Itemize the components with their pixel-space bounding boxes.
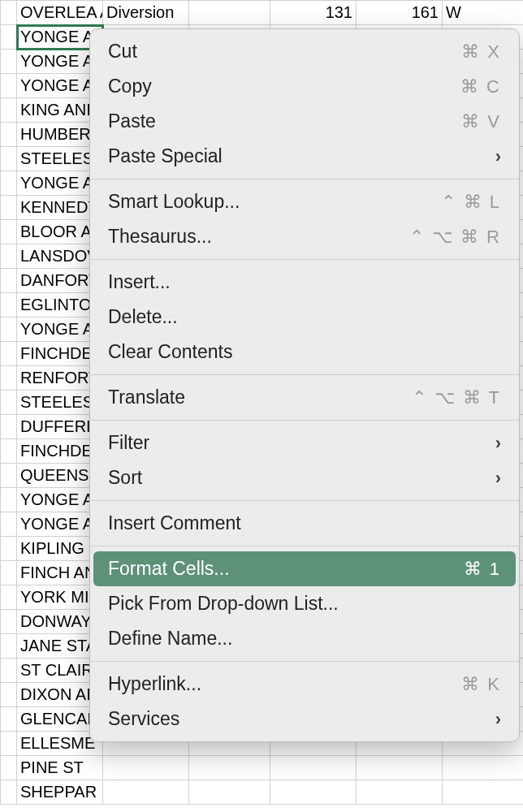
menu-delete[interactable]: Delete... xyxy=(90,300,519,335)
row-header[interactable] xyxy=(1,537,17,561)
cell[interactable] xyxy=(357,780,443,805)
menu-item-label: Filter xyxy=(108,432,149,454)
row-header[interactable] xyxy=(1,683,17,707)
menu-shortcut: ⌃ ⌥ ⌘ R xyxy=(409,227,501,248)
menu-shortcut: ⌃ ⌘ L xyxy=(441,192,501,213)
row-header[interactable] xyxy=(1,25,17,50)
chevron-right-icon: › xyxy=(495,433,501,454)
row-header[interactable] xyxy=(1,634,17,659)
menu-separator xyxy=(90,374,519,375)
row-header[interactable] xyxy=(1,269,17,293)
cell[interactable] xyxy=(443,780,524,805)
row-header[interactable] xyxy=(1,171,17,196)
cell[interactable] xyxy=(357,756,443,780)
menu-services[interactable]: Services› xyxy=(90,702,519,736)
menu-format-cells[interactable]: Format Cells...⌘ 1 xyxy=(93,551,516,586)
chevron-right-icon: › xyxy=(495,709,501,730)
row-header[interactable] xyxy=(1,415,17,439)
menu-hyperlink[interactable]: Hyperlink...⌘ K xyxy=(90,667,519,702)
menu-shortcut: ⌃ ⌥ ⌘ T xyxy=(412,387,501,408)
row-header[interactable] xyxy=(1,488,17,512)
cell[interactable] xyxy=(189,780,270,805)
menu-item-label: Clear Contents xyxy=(108,341,232,363)
row-header[interactable] xyxy=(1,98,17,123)
row-header[interactable] xyxy=(1,317,17,342)
row-header[interactable] xyxy=(1,732,17,756)
cell[interactable] xyxy=(270,756,357,780)
menu-separator xyxy=(90,546,519,546)
table-row[interactable]: PINE ST xyxy=(1,756,524,780)
menu-sort[interactable]: Sort› xyxy=(90,460,519,495)
row-header[interactable] xyxy=(1,659,17,683)
menu-insert-comment[interactable]: Insert Comment xyxy=(90,506,519,541)
chevron-right-icon: › xyxy=(495,146,501,167)
cell[interactable] xyxy=(103,780,189,805)
menu-item-label: Define Name... xyxy=(108,628,232,650)
menu-filter[interactable]: Filter› xyxy=(90,425,519,460)
cell[interactable] xyxy=(189,1,270,25)
menu-item-label: Pick From Drop-down List... xyxy=(108,593,339,615)
cell[interactable]: Diversion xyxy=(103,1,189,25)
row-header[interactable] xyxy=(1,147,17,171)
row-header[interactable] xyxy=(1,220,17,244)
menu-item-label: Insert... xyxy=(108,271,171,293)
row-header[interactable] xyxy=(1,464,17,488)
cell[interactable]: W xyxy=(443,1,524,25)
row-header[interactable] xyxy=(1,780,17,805)
menu-cut[interactable]: Cut⌘ X xyxy=(90,34,519,69)
row-header[interactable] xyxy=(1,391,17,415)
row-header[interactable] xyxy=(1,196,17,220)
row-header[interactable] xyxy=(1,342,17,366)
menu-item-label: Paste Special xyxy=(108,145,223,167)
row-header[interactable] xyxy=(1,244,17,269)
cell[interactable] xyxy=(270,780,357,805)
row-header[interactable] xyxy=(1,439,17,464)
menu-item-label: Cut xyxy=(108,41,137,63)
cell[interactable]: SHEPPAR xyxy=(17,780,103,805)
row-header[interactable] xyxy=(1,123,17,147)
menu-shortcut: ⌘ V xyxy=(461,111,501,132)
menu-define-name[interactable]: Define Name... xyxy=(90,621,519,656)
menu-paste-special[interactable]: Paste Special› xyxy=(90,139,519,174)
menu-item-label: Format Cells... xyxy=(108,558,230,580)
menu-smart-lookup[interactable]: Smart Lookup...⌃ ⌘ L xyxy=(90,184,519,219)
cell[interactable]: PINE ST xyxy=(17,756,103,780)
menu-copy[interactable]: Copy⌘ C xyxy=(90,69,519,104)
menu-clear-contents[interactable]: Clear Contents xyxy=(90,335,519,369)
row-header[interactable] xyxy=(1,707,17,732)
row-header[interactable] xyxy=(1,756,17,780)
menu-item-label: Sort xyxy=(108,467,142,489)
context-menu: Cut⌘ XCopy⌘ CPaste⌘ VPaste Special›Smart… xyxy=(89,28,520,742)
row-header[interactable] xyxy=(1,74,17,98)
cell[interactable] xyxy=(189,756,270,780)
menu-item-label: Hyperlink... xyxy=(108,673,201,695)
menu-separator xyxy=(90,259,519,260)
menu-insert[interactable]: Insert... xyxy=(90,265,519,300)
cell[interactable]: 131 xyxy=(270,1,357,25)
row-header[interactable] xyxy=(1,366,17,391)
row-header[interactable] xyxy=(1,1,17,25)
menu-separator xyxy=(90,420,519,421)
menu-pick-dropdown[interactable]: Pick From Drop-down List... xyxy=(90,586,519,621)
table-row[interactable]: OVERLEA ANDDiversion131161W xyxy=(1,1,524,25)
menu-item-label: Paste xyxy=(108,110,156,132)
menu-thesaurus[interactable]: Thesaurus...⌃ ⌥ ⌘ R xyxy=(90,219,519,254)
cell[interactable]: OVERLEA AND xyxy=(17,1,103,25)
menu-separator xyxy=(90,661,519,662)
cell[interactable] xyxy=(103,756,189,780)
row-header[interactable] xyxy=(1,585,17,610)
cell[interactable]: 161 xyxy=(357,1,443,25)
table-row[interactable]: SHEPPAR xyxy=(1,780,524,805)
row-header[interactable] xyxy=(1,512,17,537)
menu-shortcut: ⌘ X xyxy=(461,41,501,63)
row-header[interactable] xyxy=(1,50,17,74)
menu-paste[interactable]: Paste⌘ V xyxy=(90,104,519,139)
menu-translate[interactable]: Translate⌃ ⌥ ⌘ T xyxy=(90,380,519,415)
row-header[interactable] xyxy=(1,610,17,634)
menu-item-label: Services xyxy=(108,708,179,730)
menu-item-label: Copy xyxy=(108,76,152,97)
row-header[interactable] xyxy=(1,293,17,317)
row-header[interactable] xyxy=(1,561,17,585)
cell[interactable] xyxy=(443,756,524,780)
menu-shortcut: ⌘ K xyxy=(461,674,501,695)
